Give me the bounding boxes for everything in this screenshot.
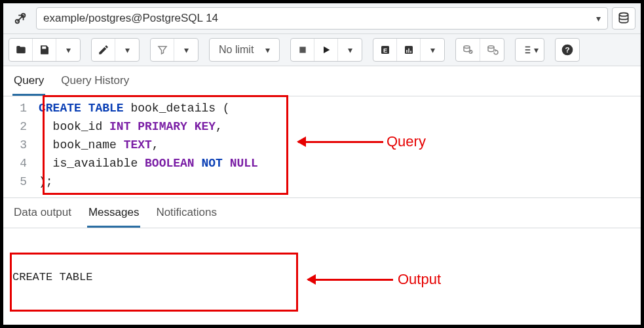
annotation-query-label: Query <box>387 133 426 150</box>
explain-dropdown[interactable]: ▾ <box>421 39 444 61</box>
open-file-button[interactable] <box>9 39 33 61</box>
save-button[interactable] <box>33 39 56 61</box>
svg-point-10 <box>464 46 470 49</box>
filter-button[interactable] <box>151 39 174 61</box>
chevron-down-icon: ▾ <box>596 13 601 24</box>
tab-query[interactable]: Query <box>12 70 45 96</box>
connection-label: example/postgres@PostgreSQL 14 <box>43 12 218 25</box>
tab-data-output[interactable]: Data output <box>12 202 73 228</box>
messages-panel: CREATE TABLE Query returned successfully… <box>3 228 641 328</box>
annotation-arrow <box>298 141 383 143</box>
rollback-button[interactable] <box>480 39 504 61</box>
toolbar: ▾ ▾ ▾ No limit ▾ ▾ E <box>3 34 641 66</box>
line-gutter: 1 2 3 4 5 <box>3 99 35 191</box>
connection-icon[interactable] <box>9 7 32 30</box>
execute-dropdown[interactable]: ▾ <box>338 39 362 61</box>
execute-button[interactable] <box>314 39 338 61</box>
svg-point-0 <box>16 20 20 24</box>
sql-editor[interactable]: 1 2 3 4 5 CREATE TABLE book_details ( bo… <box>3 96 641 191</box>
svg-text:?: ? <box>565 45 570 54</box>
svg-rect-9 <box>410 51 411 53</box>
svg-rect-7 <box>406 50 407 53</box>
tab-query-history[interactable]: Query History <box>60 70 130 96</box>
limit-label: No limit <box>219 44 254 56</box>
code-content: CREATE TABLE book_details ( book_id INT … <box>35 99 258 191</box>
svg-text:E: E <box>383 47 387 54</box>
output-tabs: Data output Messages Notifications <box>3 197 641 228</box>
filter-dropdown[interactable]: ▾ <box>174 39 198 61</box>
database-icon-button[interactable] <box>612 7 635 30</box>
limit-select[interactable]: No limit ▾ <box>210 39 279 61</box>
explain-analyze-button[interactable] <box>397 39 421 61</box>
svg-rect-8 <box>408 49 409 53</box>
svg-point-2 <box>619 13 628 16</box>
annotation-output-label: Output <box>398 271 441 288</box>
svg-point-12 <box>488 46 494 49</box>
svg-rect-3 <box>299 47 305 52</box>
edit-button[interactable] <box>92 39 115 61</box>
editor-tabs: Query Query History <box>3 66 641 96</box>
stop-button[interactable] <box>291 39 314 61</box>
tab-messages[interactable]: Messages <box>87 202 140 228</box>
connection-select[interactable]: example/postgres@PostgreSQL 14 ▾ <box>36 7 608 30</box>
commit-button[interactable] <box>456 39 480 61</box>
tab-notifications[interactable]: Notifications <box>155 202 218 228</box>
explain-button[interactable]: E <box>373 39 397 61</box>
annotation-arrow <box>308 279 393 281</box>
message-line: CREATE TABLE <box>12 269 632 286</box>
edit-dropdown[interactable]: ▾ <box>115 39 139 61</box>
help-button[interactable]: ? <box>556 39 579 61</box>
save-dropdown[interactable]: ▾ <box>56 39 80 61</box>
macros-button[interactable]: ▾ <box>516 39 544 61</box>
chevron-down-icon: ▾ <box>265 45 270 55</box>
